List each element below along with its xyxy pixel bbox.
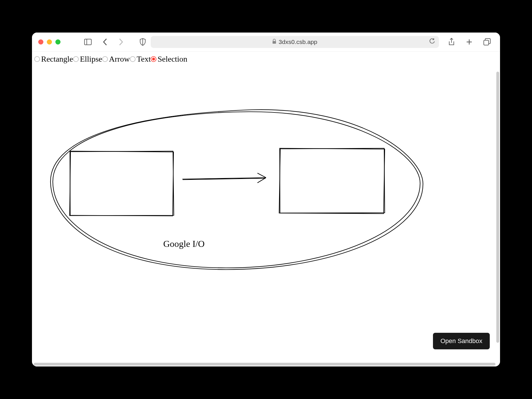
tool-label: Rectangle xyxy=(41,55,73,64)
scrollbar-vertical[interactable] xyxy=(496,72,499,343)
svg-rect-0 xyxy=(84,39,91,45)
tool-selection[interactable]: Selection xyxy=(151,55,187,64)
radio-text[interactable] xyxy=(130,56,136,62)
canvas-svg[interactable]: Google I/O xyxy=(32,66,500,364)
back-button[interactable] xyxy=(100,37,110,47)
radio-arrow[interactable] xyxy=(102,56,108,62)
tool-arrow[interactable]: Arrow xyxy=(102,55,130,64)
tool-label: Text xyxy=(137,55,151,64)
drawing-canvas[interactable]: Google I/O xyxy=(32,66,500,364)
svg-rect-3 xyxy=(273,41,276,44)
browser-window: 3dxs0.csb.app Rectangle xyxy=(32,33,500,366)
close-window-button[interactable] xyxy=(38,39,43,45)
tool-label: Selection xyxy=(158,55,187,64)
minimize-window-button[interactable] xyxy=(47,39,52,45)
tool-ellipse[interactable]: Ellipse xyxy=(73,55,102,64)
tool-text[interactable]: Text xyxy=(130,55,151,64)
drawing-toolbar: Rectangle Ellipse Arrow Text Selection xyxy=(32,52,500,66)
maximize-window-button[interactable] xyxy=(55,39,61,45)
traffic-lights xyxy=(38,39,61,45)
radio-rectangle[interactable] xyxy=(34,56,40,62)
share-icon[interactable] xyxy=(446,37,457,47)
radio-ellipse[interactable] xyxy=(73,56,79,62)
reload-icon[interactable] xyxy=(429,38,435,46)
rectangle-shape-right[interactable] xyxy=(279,148,385,214)
canvas-text-label[interactable]: Google I/O xyxy=(163,239,205,249)
address-bar[interactable]: 3dxs0.csb.app xyxy=(151,36,439,48)
svg-rect-6 xyxy=(484,40,489,45)
tabs-overview-icon[interactable] xyxy=(482,37,492,47)
tool-rectangle[interactable]: Rectangle xyxy=(34,55,73,64)
sidebar-icon[interactable] xyxy=(83,37,93,47)
content-area: Rectangle Ellipse Arrow Text Selection xyxy=(32,52,500,366)
lock-icon xyxy=(272,39,276,45)
url-text: 3dxs0.csb.app xyxy=(279,39,317,45)
scrollbar-horizontal[interactable] xyxy=(34,363,495,366)
shield-icon[interactable] xyxy=(138,37,148,47)
tool-label: Arrow xyxy=(109,55,130,64)
open-sandbox-button[interactable]: Open Sandbox xyxy=(433,333,490,349)
new-tab-icon[interactable] xyxy=(464,37,474,47)
titlebar: 3dxs0.csb.app xyxy=(32,33,500,52)
tool-label: Ellipse xyxy=(80,55,102,64)
rectangle-shape-left[interactable] xyxy=(70,151,174,216)
forward-button[interactable] xyxy=(116,37,126,47)
arrow-shape[interactable] xyxy=(182,173,266,183)
ellipse-shape[interactable] xyxy=(51,110,423,269)
radio-selection[interactable] xyxy=(151,56,156,62)
